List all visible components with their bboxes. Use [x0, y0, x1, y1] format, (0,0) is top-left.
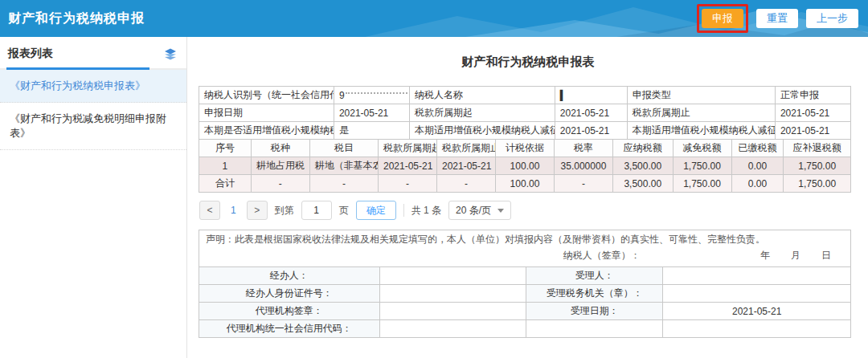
back-button[interactable]: 上一步: [806, 9, 858, 28]
signature-table: 经办人： 受理人： 经办人身份证件号： 受理税务机关（章）： 代理机构签章： 受…: [199, 266, 851, 338]
cell-tax-paid: 0.00: [731, 157, 784, 175]
policy-start-value: 2021-05-21: [555, 122, 627, 140]
declare-date-value: 2021-05-21: [334, 104, 409, 122]
tax-table-data-row: 1 耕地占用税 耕地（非基本农田） 2021-05-21 2021-05-21 …: [199, 157, 851, 175]
tax-authority-label: 受理税务机关（章）：: [526, 285, 663, 303]
page-size-value: 20 条/页: [456, 204, 491, 218]
form-title: 财产和行为税纳税申报表: [199, 55, 858, 70]
total-period-start: -: [379, 175, 437, 193]
year-label: 年: [760, 249, 770, 262]
acceptance-date-label: 受理日期：: [526, 303, 663, 320]
total-tax-type: -: [251, 175, 309, 193]
month-label: 月: [791, 249, 800, 262]
policy-end-value: 2021-05-21: [775, 122, 850, 140]
tax-authority-value: [663, 285, 851, 303]
col-header-tax-rate: 税率: [554, 140, 612, 157]
goto-page-input[interactable]: [301, 201, 332, 220]
tax-table-header-row: 序号 税种 税目 税款所属期起 税款所属期止 计税依据 税率 应纳税额 减免税额…: [199, 140, 851, 157]
reset-button[interactable]: 重置: [756, 9, 798, 28]
col-header-tax-basis: 计税依据: [495, 140, 554, 157]
cell-tax-reduced: 1,750.00: [673, 157, 731, 175]
agency-credit-code-value: [379, 320, 526, 338]
acceptor-label: 受理人：: [526, 267, 663, 285]
prev-page-button[interactable]: <: [199, 201, 220, 220]
period-end-value: 2021-05-21: [775, 104, 850, 122]
total-tax-reduced: 1,750.00: [673, 175, 731, 193]
total-tax-due: 1,750.00: [784, 175, 851, 193]
taxpayer-name-label: 纳税人名称: [409, 87, 555, 104]
col-header-tax-paid: 已缴税额: [731, 140, 784, 157]
tax-table-total-row: 合计 - - - - 100.00 - 3,500.00 1,750.00 0.…: [199, 175, 851, 193]
handler-id-value: [379, 285, 526, 303]
total-tax-rate: -: [554, 175, 612, 193]
col-header-tax-item: 税目: [309, 140, 378, 157]
empty-cell: [526, 320, 663, 338]
col-header-period-end: 税款所属期止: [436, 140, 495, 157]
redaction-mask: [346, 92, 410, 100]
cell-seq: 1: [199, 157, 252, 175]
cell-period-start: 2021-05-21: [379, 157, 437, 175]
declaration-type-value: 正常申报: [775, 87, 850, 104]
cell-tax-type: 耕地占用税: [251, 157, 309, 175]
empty-cell: [663, 320, 851, 338]
sidebar-item-main-declaration-form[interactable]: 《财产和行为税纳税申报表》: [0, 70, 186, 103]
page-unit-label: 页: [339, 204, 349, 218]
submit-button[interactable]: 申报: [702, 9, 743, 28]
policy-apply-value: 是: [334, 122, 409, 140]
cell-tax-rate: 35.000000: [554, 157, 612, 175]
declaration-box: 声明：此表是根据国家税收法律法规及相关规定填写的，本人（单位）对填报内容（及附带…: [199, 230, 851, 266]
acceptance-date-value: 2021-05-21: [663, 303, 851, 320]
cell-tax-due: 1,750.00: [784, 157, 851, 175]
col-header-period-start: 税款所属期起: [379, 140, 437, 157]
col-header-seq: 序号: [199, 140, 252, 157]
total-tax-item: -: [309, 175, 378, 193]
total-tax-paid: 0.00: [731, 175, 784, 193]
taxpayer-id-value: 9: [334, 87, 409, 104]
policy-start-label: 本期适用增值税小规模纳税人减征政策起始时间: [409, 122, 555, 140]
annotation-highlight-box: 申报: [697, 4, 748, 33]
cell-tax-payable: 3,500.00: [612, 157, 673, 175]
sidebar-item-tax-reduction-appendix[interactable]: 《财产和行为税减免税明细申报附表》: [0, 103, 186, 150]
taxpayer-signature-label: 纳税人（签章）：: [563, 249, 641, 262]
day-label: 日: [821, 249, 831, 262]
total-count-label: 共 1 条: [411, 204, 441, 218]
sidebar-header: 报表列表: [0, 37, 186, 70]
page-size-select[interactable]: 20 条/页: [448, 201, 511, 220]
total-tax-payable: 3,500.00: [612, 175, 673, 193]
col-header-tax-due: 应补退税额: [784, 140, 851, 157]
taxpayer-name-value: ▍: [555, 87, 627, 104]
policy-end-label: 本期适用增值税小规模纳税人减征政策终止时间: [627, 122, 775, 140]
app-window: 财产和行为税纳税申报 申报 重置 上一步 报表列表 《财产和行为税纳税申报表》: [0, 0, 868, 358]
total-tax-basis: 100.00: [495, 175, 554, 193]
declare-date-label: 申报日期: [199, 104, 334, 122]
handler-label: 经办人：: [199, 267, 380, 285]
cell-tax-item: 耕地（非基本农田）: [309, 157, 378, 175]
sidebar-title-underline: [6, 67, 149, 70]
tax-items-table: 序号 税种 税目 税款所属期起 税款所属期止 计税依据 税率 应纳税额 减免税额…: [199, 139, 851, 193]
goto-confirm-button[interactable]: 确定: [356, 201, 396, 220]
current-page-number[interactable]: 1: [227, 205, 240, 216]
cell-tax-basis: 100.00: [495, 157, 554, 175]
next-page-button[interactable]: >: [247, 201, 268, 220]
period-start-label: 税款所属期起: [409, 104, 555, 122]
col-header-tax-payable: 应纳税额: [612, 140, 673, 157]
handler-value: [379, 267, 526, 285]
page-header: 财产和行为税纳税申报 申报 重置 上一步: [0, 0, 868, 37]
total-label: 合计: [199, 175, 252, 193]
pager-divider: [403, 204, 404, 217]
date-fields: 年 月 日: [760, 249, 844, 262]
policy-apply-label: 本期是否适用增值税小规模纳税人减征政策: [199, 122, 334, 140]
agency-seal-label: 代理机构签章：: [199, 303, 380, 320]
cell-period-end: 2021-05-21: [436, 157, 495, 175]
declaration-type-label: 申报类型: [627, 87, 775, 104]
sidebar-title: 报表列表: [8, 47, 53, 61]
agency-seal-value: [379, 303, 526, 320]
col-header-tax-type: 税种: [251, 140, 309, 157]
report-list-sidebar: 报表列表 《财产和行为税纳税申报表》 《财产和行为税减免税明细申报附表》: [0, 37, 187, 358]
acceptor-value: [663, 267, 851, 285]
page-title: 财产和行为税纳税申报: [8, 10, 145, 27]
pagination-bar: < 1 > 到第 页 确定 共 1 条 20 条/页: [199, 201, 858, 220]
caret-down-icon: [497, 209, 504, 213]
agency-credit-code-label: 代理机构统一社会信用代码：: [199, 320, 380, 338]
period-end-label: 税款所属期止: [627, 104, 775, 122]
